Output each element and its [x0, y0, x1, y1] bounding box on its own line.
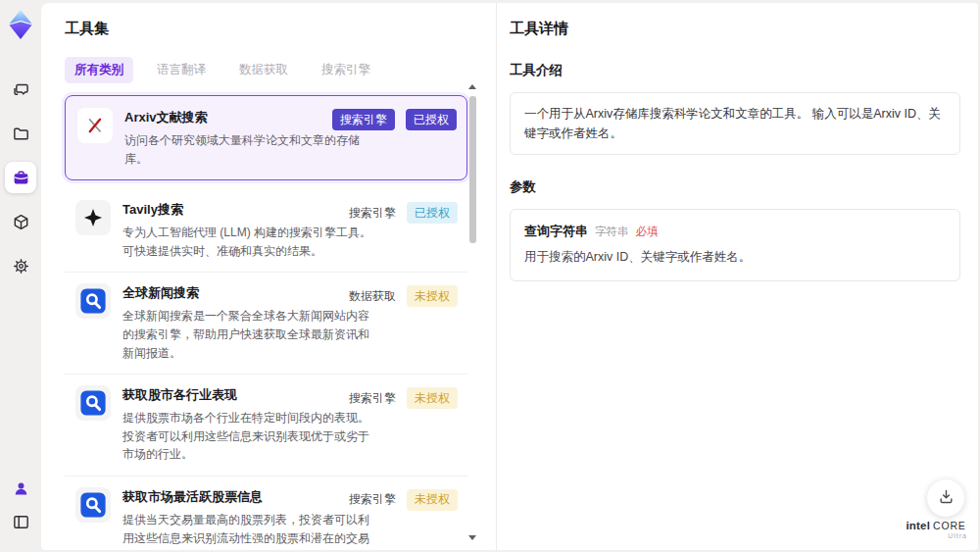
toolbox-icon: [12, 169, 30, 187]
auth-status-badge: 未授权: [407, 285, 458, 307]
param-name: 查询字符串: [524, 223, 588, 240]
param-description: 用于搜索的Arxiv ID、关键字或作者姓名。: [524, 249, 946, 266]
magnifier-blue-icon: [75, 487, 111, 523]
category-label: 搜索引擎: [349, 390, 396, 407]
download-button[interactable]: [927, 479, 964, 517]
cube-icon: [12, 213, 30, 231]
tool-name: 获取股市各行业表现: [122, 386, 379, 404]
tool-description: 专为人工智能代理 (LLM) 构建的搜索引擎工具。可快速提供实时、准确和真实的结…: [122, 224, 379, 260]
star-icon: [75, 200, 111, 235]
auth-status-badge: 已授权: [407, 202, 458, 224]
category-label: 数据获取: [349, 288, 396, 305]
tool-detail-panel: 工具详情 工具介绍 一个用于从Arxiv存储库搜索科学论文和文章的工具。 输入可…: [497, 3, 978, 550]
magnifier-blue-icon: [75, 283, 111, 319]
brand-ultra: Ultra: [905, 532, 967, 540]
tool-card[interactable]: 获取市场最活跃股票信息提供当天交易量最高的股票列表，投资者可以利用这些信息来识别…: [65, 477, 467, 550]
detail-title: 工具详情: [510, 20, 960, 38]
auth-status-badge: 未授权: [407, 387, 458, 409]
tool-description: 全球新闻搜索是一个聚合全球各大新闻网站内容的搜索引擎，帮助用户快速获取全球最新资…: [122, 307, 379, 362]
tool-card[interactable]: 获取股市各行业表现提供股票市场各个行业在特定时间段内的表现。投资者可以利用这些信…: [65, 375, 467, 477]
tool-name: 获取市场最活跃股票信息: [122, 488, 379, 506]
list-scrollbar[interactable]: [467, 84, 477, 540]
tool-list-panel: 工具集 所有类别语言翻译数据获取搜索引擎 Arxiv文献搜索访问各个研究领域大量…: [41, 3, 497, 550]
sidebar-item-settings[interactable]: [5, 250, 36, 281]
download-icon: [937, 487, 956, 509]
auth-status-badge: 未授权: [407, 489, 458, 511]
panel-toggle-icon: [12, 513, 30, 531]
folder-icon: [12, 125, 30, 143]
scroll-up-arrow-icon[interactable]: [468, 84, 476, 89]
param-list: 查询字符串字符串必填用于搜索的Arxiv ID、关键字或作者姓名。: [510, 209, 960, 281]
tab-translate[interactable]: 语言翻译: [147, 57, 216, 83]
category-tabs: 所有类别语言翻译数据获取搜索引擎: [65, 57, 466, 83]
intro-heading: 工具介绍: [510, 62, 960, 79]
sidebar-item-profile[interactable]: [8, 476, 33, 501]
tool-card[interactable]: 全球新闻搜索全球新闻搜索是一个聚合全球各大新闻网站内容的搜索引擎，帮助用户快速获…: [65, 273, 467, 375]
tool-name: 全球新闻搜索: [122, 284, 379, 302]
auth-status-badge: 已授权: [406, 109, 457, 130]
sidebar-bottom: [8, 476, 33, 534]
scrollbar-thumb[interactable]: [469, 96, 476, 243]
arxiv-logo: [77, 108, 113, 143]
chat-icon: [12, 80, 30, 99]
intel-core-logo: intelcore Ultra: [905, 516, 967, 540]
tool-card[interactable]: Arxiv文献搜索访问各个研究领域大量科学论文和文章的存储库。搜索引擎已授权: [65, 95, 467, 180]
user-icon: [12, 479, 30, 498]
sidebar-item-toolbox[interactable]: [5, 162, 36, 193]
tool-description: 提供当天交易量最高的股票列表，投资者可以利用这些信息来识别流动性强的股票和潜在的…: [122, 511, 379, 550]
category-badge: 搜索引擎: [332, 109, 395, 130]
main-surface: 工具集 所有类别语言翻译数据获取搜索引擎 Arxiv文献搜索访问各个研究领域大量…: [41, 3, 978, 550]
tool-intro-text: 一个用于从Arxiv存储库搜索科学论文和文章的工具。 输入可以是Arxiv ID…: [510, 92, 960, 155]
tab-all[interactable]: 所有类别: [65, 57, 133, 83]
param-required-flag: 必填: [636, 225, 659, 239]
sidebar-nav: [5, 74, 36, 281]
tool-description: 提供股票市场各个行业在特定时间段内的表现。投资者可以利用这些信息来识别表现优于或…: [122, 409, 379, 464]
tool-name: Tavily搜索: [122, 201, 379, 219]
scroll-down-arrow-icon[interactable]: [468, 535, 476, 540]
gear-icon: [12, 257, 30, 276]
tool-description: 访问各个研究领域大量科学论文和文章的存储库。: [124, 131, 381, 168]
page-title: 工具集: [65, 20, 466, 38]
tool-card[interactable]: Tavily搜索专为人工智能代理 (LLM) 构建的搜索引擎工具。可快速提供实时…: [65, 189, 467, 273]
param-type: 字符串: [595, 225, 629, 239]
category-label: 搜索引擎: [349, 205, 396, 222]
sidebar-item-collapse[interactable]: [8, 509, 33, 534]
app-logo-icon: [4, 8, 37, 41]
tab-search-engine[interactable]: 搜索引擎: [312, 57, 380, 83]
magnifier-blue-icon: [75, 385, 111, 421]
param-card: 查询字符串字符串必填用于搜索的Arxiv ID、关键字或作者姓名。: [510, 209, 960, 281]
tool-list: Arxiv文献搜索访问各个研究领域大量科学论文和文章的存储库。搜索引擎已授权Ta…: [65, 95, 467, 550]
sidebar: [0, 0, 41, 552]
params-heading: 参数: [510, 178, 960, 196]
app-window: 工具集 所有类别语言翻译数据获取搜索引擎 Arxiv文献搜索访问各个研究领域大量…: [0, 0, 980, 552]
category-label: 搜索引擎: [349, 491, 396, 508]
sidebar-item-chat[interactable]: [5, 74, 36, 105]
brand-core: core: [933, 520, 966, 531]
sidebar-item-plugins[interactable]: [5, 206, 36, 237]
sidebar-item-folder[interactable]: [5, 118, 36, 149]
tab-data-fetch[interactable]: 数据获取: [229, 57, 298, 83]
brand-intel: intel: [906, 520, 930, 531]
